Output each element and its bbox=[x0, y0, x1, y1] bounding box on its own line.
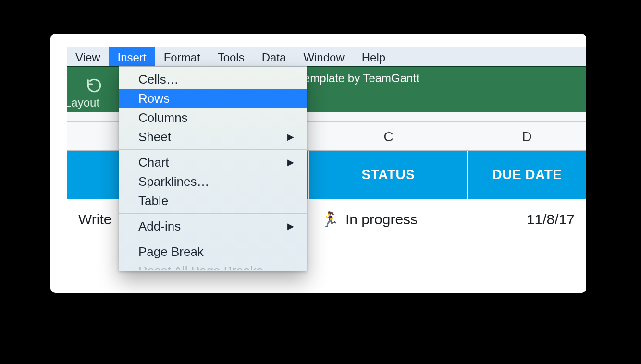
header-cell-due-date[interactable]: DUE DATE bbox=[468, 151, 586, 199]
menu-item-label: Cells… bbox=[138, 72, 179, 86]
col-header-d[interactable]: D bbox=[468, 123, 586, 150]
menu-item-addins[interactable]: Add-ins ▶ bbox=[119, 217, 307, 236]
cell-status[interactable]: 🏃‍♀️ In progress bbox=[309, 199, 468, 240]
cell-due-date-text: 11/8/17 bbox=[527, 211, 575, 228]
chevron-right-icon: ▶ bbox=[287, 155, 294, 170]
menu-format[interactable]: Format bbox=[155, 47, 209, 66]
menu-data[interactable]: Data bbox=[253, 47, 295, 66]
cell-due-date[interactable]: 11/8/17 bbox=[468, 199, 586, 240]
app-window: View Insert Format Tools Data Window Hel… bbox=[50, 34, 586, 293]
menu-item-label: Add-ins bbox=[138, 219, 181, 233]
menu-item-columns[interactable]: Columns bbox=[119, 108, 307, 127]
menu-item-page-break[interactable]: Page Break bbox=[119, 242, 307, 261]
runner-icon: 🏃‍♀️ bbox=[321, 211, 339, 228]
app-inner: View Insert Format Tools Data Window Hel… bbox=[67, 47, 586, 293]
menu-item-chart[interactable]: Chart ▶ bbox=[119, 153, 307, 172]
menu-separator bbox=[119, 239, 307, 239]
menu-item-reset-page-breaks[interactable]: Reset All Page Breaks bbox=[119, 261, 307, 270]
menu-item-label: Chart bbox=[138, 155, 169, 170]
chevron-right-icon: ▶ bbox=[287, 219, 294, 233]
chevron-right-icon: ▶ bbox=[287, 130, 294, 144]
menu-help[interactable]: Help bbox=[353, 47, 394, 66]
menu-insert[interactable]: Insert bbox=[109, 47, 155, 66]
menu-tools[interactable]: Tools bbox=[209, 47, 253, 66]
menu-view[interactable]: View bbox=[67, 47, 109, 66]
menu-item-table[interactable]: Table bbox=[119, 191, 307, 210]
menu-item-label: Columns bbox=[138, 110, 188, 125]
cell-task-text: Write bbox=[78, 211, 111, 228]
bottom-fade bbox=[67, 269, 586, 293]
menu-item-label: Table bbox=[138, 194, 168, 208]
menu-item-rows[interactable]: Rows bbox=[119, 89, 307, 108]
menu-item-sparklines[interactable]: Sparklines… bbox=[119, 172, 307, 191]
menu-separator bbox=[119, 149, 307, 150]
menu-item-label: Reset All Page Breaks bbox=[138, 264, 263, 270]
mac-menubar: View Insert Format Tools Data Window Hel… bbox=[67, 47, 586, 66]
menu-item-label: Rows bbox=[138, 91, 170, 106]
insert-menu-dropdown: Cells… Rows Columns Sheet ▶ Chart ▶ Spar… bbox=[119, 66, 307, 271]
menu-item-sheet[interactable]: Sheet ▶ bbox=[119, 127, 307, 146]
cell-status-text: In progress bbox=[345, 211, 418, 228]
menu-separator bbox=[119, 213, 307, 214]
menu-item-cells[interactable]: Cells… bbox=[119, 70, 307, 89]
menu-item-label: Sparklines… bbox=[138, 174, 209, 189]
menu-item-label: Sheet bbox=[138, 130, 171, 144]
ribbon-tab-layout[interactable]: Layout bbox=[67, 96, 99, 109]
menu-item-label: Page Break bbox=[138, 244, 204, 259]
menu-window[interactable]: Window bbox=[295, 47, 353, 66]
header-cell-status[interactable]: STATUS bbox=[309, 151, 468, 199]
col-header-c[interactable]: C bbox=[309, 123, 468, 150]
